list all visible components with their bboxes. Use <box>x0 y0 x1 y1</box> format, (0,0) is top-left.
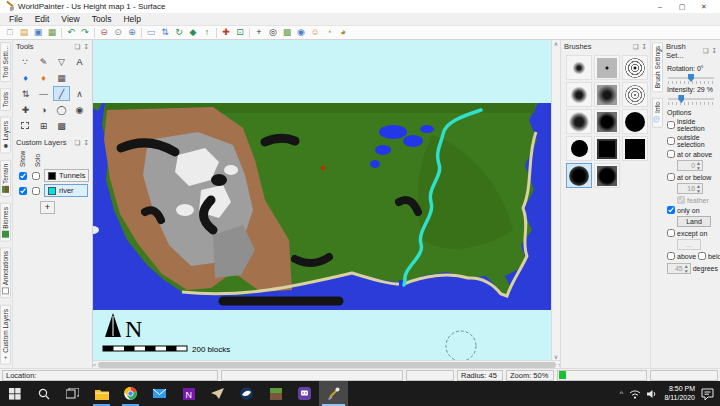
task-view-button[interactable] <box>58 381 87 406</box>
tunnels-show-checkbox[interactable] <box>19 172 27 180</box>
only-on-checkbox[interactable] <box>667 206 675 214</box>
at-or-below-checkbox[interactable] <box>667 173 675 181</box>
tab-biomes[interactable]: Biomes <box>0 203 11 242</box>
float-panel-icon[interactable]: ❏ <box>75 139 81 147</box>
blue-swoosh-app-button[interactable] <box>232 381 261 406</box>
save-world-icon[interactable]: ▣ <box>31 26 45 39</box>
pin-panel-icon[interactable]: ↧ <box>83 43 88 51</box>
tunnels-solo-checkbox[interactable] <box>32 172 40 180</box>
brush-soft-circle-large[interactable] <box>566 109 592 134</box>
menu-view[interactable]: View <box>55 13 85 25</box>
minimize-icon[interactable]: – <box>649 0 671 13</box>
brush-solid-circle-large[interactable] <box>622 109 648 134</box>
move-origin-icon[interactable]: ✚ <box>219 26 233 39</box>
river-show-checkbox[interactable] <box>19 187 27 195</box>
line-tool[interactable]: ╱ <box>53 86 70 101</box>
flood-fill-tool[interactable]: ▽ <box>53 54 70 69</box>
flood-water-tool[interactable]: ♦ <box>17 70 34 85</box>
brush-solid-circle[interactable] <box>566 136 592 161</box>
river-layer-button[interactable]: river <box>44 184 88 197</box>
below-checkbox[interactable] <box>698 252 706 260</box>
chat-app-button[interactable] <box>290 381 319 406</box>
map-view[interactable]: N 200 blocks ∧∨ <> <box>92 40 560 368</box>
intensity-slider[interactable] <box>668 95 714 105</box>
add-layer-button[interactable]: + <box>40 201 55 214</box>
menu-help[interactable]: Help <box>117 13 146 25</box>
redo-icon[interactable]: ↷ <box>78 26 92 39</box>
worldpainter-taskbar-button[interactable] <box>319 381 348 406</box>
volume-icon[interactable] <box>647 389 658 399</box>
marquee-select-tool[interactable] <box>17 118 34 133</box>
map-horizontal-scrollbar[interactable]: <> <box>93 360 560 368</box>
menu-file[interactable]: File <box>3 13 29 25</box>
raise-mountain-tool[interactable]: ∧ <box>71 86 88 101</box>
brush-soft-circle-small[interactable] <box>566 55 592 80</box>
flood-lava-tool[interactable]: ♦ <box>35 70 52 85</box>
three-d-view-icon[interactable]: ◆ <box>186 26 200 39</box>
grid-icon[interactable]: + <box>252 26 266 39</box>
new-world-icon[interactable]: □ <box>3 26 17 39</box>
only-on-land-button[interactable]: Land <box>677 216 711 227</box>
brush-spray-circle-small[interactable] <box>622 55 648 80</box>
minecraft-button[interactable] <box>261 381 290 406</box>
outside-selection-checkbox[interactable] <box>667 137 675 145</box>
scroll-left-icon[interactable]: < <box>93 362 97 368</box>
raise-lower-tool[interactable]: ⇅ <box>17 86 34 101</box>
file-explorer-button[interactable] <box>87 381 116 406</box>
start-button[interactable] <box>0 381 29 406</box>
biomes-b-icon[interactable]: ◕ <box>336 26 350 39</box>
brush-square-center-dot[interactable] <box>594 55 620 80</box>
reset-zoom-icon[interactable]: ⊙ <box>111 26 125 39</box>
spawn-icon[interactable]: ◎ <box>266 26 280 39</box>
tab-terrain[interactable]: Terrain <box>0 160 11 197</box>
move-player-tool[interactable]: ✚ <box>17 102 34 117</box>
copy-selection-tool[interactable]: ⊞ <box>35 118 52 133</box>
onenote-button[interactable]: N <box>174 381 203 406</box>
global-operations-tool[interactable]: ▩ <box>53 118 70 133</box>
overlay-icon[interactable]: ▩ <box>280 26 294 39</box>
pin-panel-icon[interactable]: ↧ <box>83 139 88 147</box>
tab-tools[interactable]: Tools <box>0 88 11 111</box>
menu-edit[interactable]: Edit <box>29 13 56 25</box>
sponge-tool[interactable]: ▦ <box>53 70 70 85</box>
fit-view-icon[interactable]: ▭ <box>144 26 158 39</box>
pencil-tool[interactable]: ✎ <box>35 54 52 69</box>
brush-soft-circle-selected[interactable] <box>566 163 592 188</box>
brush-spray-circle-large[interactable] <box>622 82 648 107</box>
biomes-a-icon[interactable]: ◔ <box>322 26 336 39</box>
chrome-button[interactable] <box>116 381 145 406</box>
zoom-in-icon[interactable]: ⊕ <box>125 26 139 39</box>
above-checkbox[interactable] <box>667 252 675 260</box>
raise-icon[interactable]: ↑ <box>200 26 214 39</box>
expand-world-icon[interactable]: ⊡ <box>233 26 247 39</box>
undo-icon[interactable]: ↶ <box>64 26 78 39</box>
open-world-icon[interactable]: ▤ <box>17 26 31 39</box>
tab-info[interactable]: ⓘInfo <box>652 98 663 128</box>
brush-square-soft[interactable] <box>594 82 620 107</box>
globe-tool[interactable]: ◑ <box>35 102 52 117</box>
inside-selection-checkbox[interactable] <box>667 121 675 129</box>
brush-solid-square-outlined[interactable] <box>594 136 620 161</box>
brush-soft-circle-medium[interactable] <box>566 82 592 107</box>
scrollbar-thumb[interactable] <box>98 362 556 368</box>
beige-app-button[interactable] <box>203 381 232 406</box>
scroll-down-icon[interactable]: ∨ <box>554 353 558 360</box>
smooth-tool[interactable]: ◯ <box>53 102 70 117</box>
float-panel-icon[interactable]: ❏ <box>703 47 709 55</box>
river-solo-checkbox[interactable] <box>32 187 40 195</box>
tab-tool-settings[interactable]: Tool Setti... <box>0 42 11 82</box>
map-vertical-scrollbar[interactable]: ∧∨ <box>551 40 560 360</box>
wifi-icon[interactable] <box>629 389 641 399</box>
action-center-icon[interactable] <box>701 388 714 400</box>
scroll-right-icon[interactable]: > <box>558 362 560 368</box>
except-on-checkbox[interactable] <box>667 229 675 237</box>
brush-solid-square[interactable] <box>622 136 648 161</box>
tab-layers[interactable]: ✱Layers <box>0 117 11 154</box>
tray-chevron-icon[interactable]: ^ <box>620 389 624 398</box>
zoom-out-icon[interactable]: ⊖ <box>97 26 111 39</box>
walking-distance-icon[interactable]: ☺ <box>308 26 322 39</box>
scroll-up-icon[interactable]: ∧ <box>554 40 558 47</box>
map-canvas[interactable]: N 200 blocks <box>93 40 553 360</box>
tab-custom-layers[interactable]: +Custom Layers <box>0 305 11 365</box>
brush-square-soft-dark[interactable] <box>594 109 620 134</box>
